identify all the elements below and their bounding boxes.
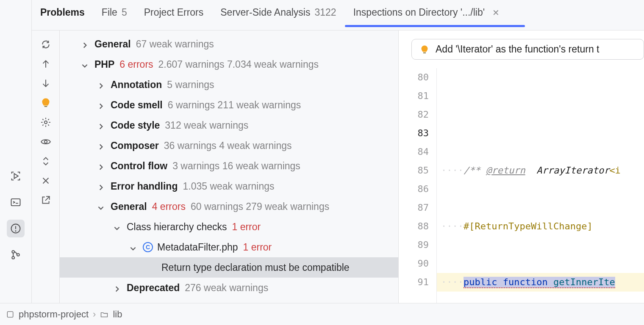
tree-node-general[interactable]: General 67 weak warnings xyxy=(60,34,398,54)
quickfix-label: Add '\Iterator' as the function's return… xyxy=(436,44,600,55)
chevron-right-icon xyxy=(81,40,89,48)
quickfix-button[interactable]: Add '\Iterator' as the function's return… xyxy=(411,39,644,60)
chevron-right-icon xyxy=(113,284,121,292)
tab-project-errors[interactable]: Project Errors xyxy=(144,7,204,27)
svg-point-4 xyxy=(15,231,16,231)
code-preview: Add '\Iterator' as the function's return… xyxy=(399,30,644,303)
problems-icon[interactable] xyxy=(7,220,25,237)
tab-label: Inspections on Directory '.../lib' xyxy=(353,7,485,18)
chevron-down-icon xyxy=(129,243,137,251)
tree-node-php[interactable]: PHP 6 errors 2.607 warnings 7.034 weak w… xyxy=(60,54,398,74)
intention-bulb-icon[interactable] xyxy=(37,94,55,112)
tab-label: Problems xyxy=(40,7,85,18)
tree-node-codesmell[interactable]: Code smell 6 warnings 211 weak warnings xyxy=(60,95,398,115)
tab-server-analysis[interactable]: Server-Side Analysis3122 xyxy=(220,7,336,27)
tab-problems[interactable]: Problems xyxy=(40,7,85,27)
code-line-current: ····public function getInnerIte xyxy=(437,273,644,292)
tree-node-general2[interactable]: General 4 errors 60 warnings 279 weak wa… xyxy=(60,196,398,217)
tree-node-errorhandling[interactable]: Error handling 1.035 weak warnings xyxy=(60,176,398,196)
code-line: ····#[ReturnTypeWillChange] xyxy=(437,217,644,236)
vcs-icon[interactable] xyxy=(7,246,25,264)
problems-tabs: Problems File5 Project Errors Server-Sid… xyxy=(32,0,644,30)
svg-point-5 xyxy=(12,251,14,253)
chevron-right-icon xyxy=(97,81,105,88)
chevron-right-icon: › xyxy=(93,309,96,320)
left-tool-rail xyxy=(0,0,32,303)
preview-eye-icon[interactable] xyxy=(37,133,55,151)
code-line xyxy=(437,105,644,124)
open-external-icon[interactable] xyxy=(37,191,55,209)
next-icon[interactable] xyxy=(37,74,55,92)
chevron-down-icon xyxy=(113,223,121,231)
tree-node-controlflow[interactable]: Control flow 3 warnings 16 weak warnings xyxy=(60,156,398,176)
bulb-icon xyxy=(419,44,430,55)
chevron-right-icon xyxy=(97,121,105,129)
tab-count: 3122 xyxy=(314,7,336,18)
tree-node-classhier[interactable]: Class hierarchy checks 1 error xyxy=(60,217,398,237)
tab-label: File xyxy=(102,7,117,18)
tree-node-deprecated[interactable]: Deprecated 276 weak warnings xyxy=(60,278,398,298)
expand-collapse-icon[interactable] xyxy=(37,152,55,170)
php-class-icon: C xyxy=(143,242,153,252)
svg-point-11 xyxy=(44,121,47,124)
folder-icon xyxy=(100,310,108,319)
tab-inspections[interactable]: Inspections on Directory '.../lib'✕ xyxy=(353,7,500,27)
inspection-toolbar xyxy=(32,30,60,303)
breadcrumb-item[interactable]: lib xyxy=(113,309,122,320)
tree-node-issue[interactable]: Return type declaration must be compatib… xyxy=(60,257,398,278)
tab-label: Project Errors xyxy=(144,7,204,18)
inspection-tree: General 67 weak warnings PHP 6 errors 2.… xyxy=(60,30,399,303)
svg-point-7 xyxy=(17,253,19,256)
project-icon xyxy=(6,310,14,319)
chevron-down-icon xyxy=(97,203,105,210)
svg-point-12 xyxy=(44,140,47,143)
tab-label: Server-Side Analysis xyxy=(220,7,310,18)
breadcrumb-item[interactable]: phpstorm-project xyxy=(19,309,89,320)
chevron-right-icon xyxy=(97,142,105,149)
tree-node-annotation[interactable]: Annotation 5 warnings xyxy=(60,74,398,95)
tree-node-file[interactable]: C MetadataFilter.php 1 error xyxy=(60,237,398,257)
svg-line-15 xyxy=(45,196,49,201)
chevron-right-icon xyxy=(97,162,105,170)
tab-count: 5 xyxy=(122,7,127,18)
line-gutter: 80 81 82 83 84 85 86 87 88 89 90 91 xyxy=(399,68,437,303)
code-lines[interactable]: ····/** @return ArrayIterator<i ····#[Re… xyxy=(437,68,644,303)
breadcrumb: phpstorm-project › lib xyxy=(0,303,644,325)
tree-node-codestyle[interactable]: Code style 312 weak warnings xyxy=(60,115,398,135)
refresh-icon[interactable] xyxy=(37,36,55,53)
terminal-icon[interactable] xyxy=(7,193,25,211)
svg-marker-0 xyxy=(14,174,18,179)
tab-file[interactable]: File5 xyxy=(102,7,127,27)
tree-node-composer[interactable]: Composer 36 warnings 4 weak warnings xyxy=(60,135,398,156)
run-icon[interactable] xyxy=(7,167,25,185)
code-line: ····/** @return ArrayIterator<i xyxy=(437,161,644,180)
prev-icon[interactable] xyxy=(37,55,55,73)
chevron-down-icon xyxy=(81,61,89,68)
chevron-right-icon xyxy=(97,182,105,190)
svg-point-6 xyxy=(12,256,14,259)
close-panel-icon[interactable] xyxy=(37,172,55,190)
chevron-right-icon xyxy=(97,101,105,109)
svg-rect-1 xyxy=(11,199,20,206)
close-icon[interactable]: ✕ xyxy=(492,8,500,18)
svg-rect-17 xyxy=(7,311,13,317)
settings-gear-icon[interactable] xyxy=(37,113,55,131)
